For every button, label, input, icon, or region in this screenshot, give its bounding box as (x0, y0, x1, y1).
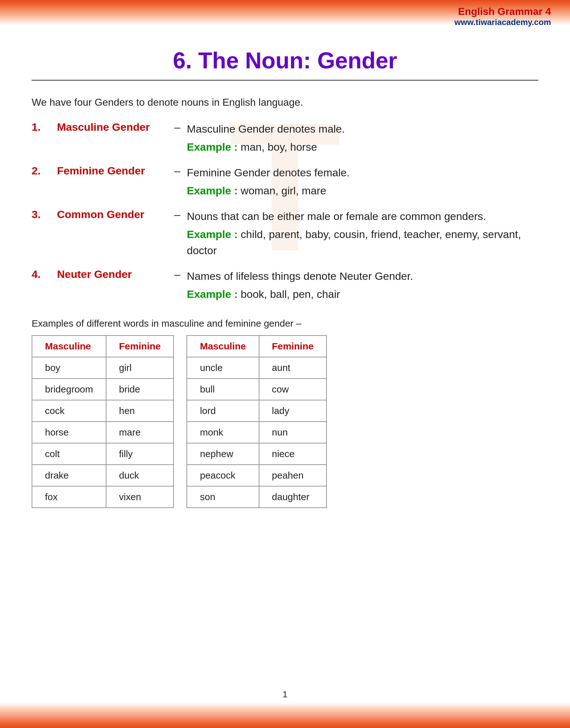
example-text-4: book, ball, pen, chair (241, 288, 340, 300)
table-row: horsemare (32, 422, 174, 443)
gender-name-4: Neuter Gender (57, 268, 168, 280)
table2-header-masculine: Masculine (187, 335, 259, 357)
gender-number-4: 4. (32, 268, 57, 280)
top-bar: English Grammar 4 www.tiwariacademy.com (0, 0, 570, 25)
gender-item-3: 3. Common Gender – Nouns that can be eit… (32, 208, 538, 258)
table-row: lordlady (187, 400, 326, 422)
table-row: peacockpeahen (187, 465, 326, 486)
intro-text: We have four Genders to denote nouns in … (32, 96, 538, 108)
gender-number-1: 1. (32, 121, 57, 133)
gender-example-3: Example : child, parent, baby, cousin, f… (187, 226, 538, 258)
example-label-2: Example : (187, 184, 238, 196)
example-text-2: woman, girl, mare (241, 184, 326, 196)
branding-block: English Grammar 4 www.tiwariacademy.com (455, 6, 551, 27)
gender-dash-3: – (168, 208, 187, 221)
example-label-1: Example : (187, 141, 238, 153)
table-row: monknun (187, 422, 326, 443)
table-row: foxvixen (32, 486, 174, 508)
table1-header-feminine: Feminine (106, 335, 174, 357)
gender-dash-1: – (168, 121, 187, 133)
gender-name-3: Common Gender (57, 208, 168, 221)
gender-item-2: 2. Feminine Gender – Feminine Gender den… (32, 165, 538, 199)
gender-list: 1. Masculine Gender – Masculine Gender d… (32, 121, 538, 302)
gender-name-2: Feminine Gender (57, 165, 168, 177)
table-row: nephewniece (187, 443, 326, 465)
gender-desc-4: Names of lifeless things denote Neuter G… (187, 268, 538, 284)
table1-header-masculine: Masculine (32, 335, 106, 357)
gender-desc-2: Feminine Gender denotes female. (187, 165, 538, 181)
example-text-1: man, boy, horse (241, 141, 317, 153)
gender-name-1: Masculine Gender (57, 121, 168, 133)
chapter-title: 6. The Noun: Gender (32, 47, 538, 73)
gender-item-1: 1. Masculine Gender – Masculine Gender d… (32, 121, 538, 155)
table-row: coltfilly (32, 443, 174, 465)
table-2: Masculine Feminine uncleauntbullcowlordl… (187, 335, 327, 508)
gender-desc-block-4: Names of lifeless things denote Neuter G… (187, 268, 538, 302)
gender-desc-3: Nouns that can be either male or female … (187, 208, 538, 224)
gender-example-2: Example : woman, girl, mare (187, 183, 538, 199)
tables-wrapper: Masculine Feminine boygirlbridegroombrid… (32, 335, 538, 508)
table-row: sondaughter (187, 486, 326, 508)
table-row: bullcow (187, 379, 326, 400)
gender-dash-2: – (168, 165, 187, 177)
gender-desc-block-3: Nouns that can be either male or female … (187, 208, 538, 258)
table-row: uncleaunt (187, 357, 326, 379)
example-label-4: Example : (187, 288, 238, 300)
gender-number-3: 3. (32, 208, 57, 221)
gender-desc-block-1: Masculine Gender denotes male. Example :… (187, 121, 538, 155)
gender-item-4: 4. Neuter Gender – Names of lifeless thi… (32, 268, 538, 302)
gender-desc-block-2: Feminine Gender denotes female. Example … (187, 165, 538, 199)
gender-example-4: Example : book, ball, pen, chair (187, 286, 538, 302)
gender-dash-4: – (168, 268, 187, 280)
table-row: boygirl (32, 357, 174, 379)
page-number: 1 (282, 689, 288, 700)
title-divider (32, 80, 538, 81)
gender-example-1: Example : man, boy, horse (187, 139, 538, 155)
table2-header-feminine: Feminine (259, 335, 327, 357)
table-row: bridegroombride (32, 379, 174, 400)
gender-desc-1: Masculine Gender denotes male. (187, 121, 538, 137)
example-label-3: Example : (187, 228, 238, 240)
branding-url: www.tiwariacademy.com (455, 17, 551, 27)
gender-number-2: 2. (32, 165, 57, 177)
branding-title: English Grammar 4 (455, 6, 551, 17)
table-row: cockhen (32, 400, 174, 422)
bottom-bar (0, 703, 570, 728)
main-content: 6. The Noun: Gender We have four Genders… (0, 25, 570, 546)
table-intro: Examples of different words in masculine… (32, 318, 538, 329)
table-row: drakeduck (32, 465, 174, 486)
table-1: Masculine Feminine boygirlbridegroombrid… (32, 335, 174, 508)
